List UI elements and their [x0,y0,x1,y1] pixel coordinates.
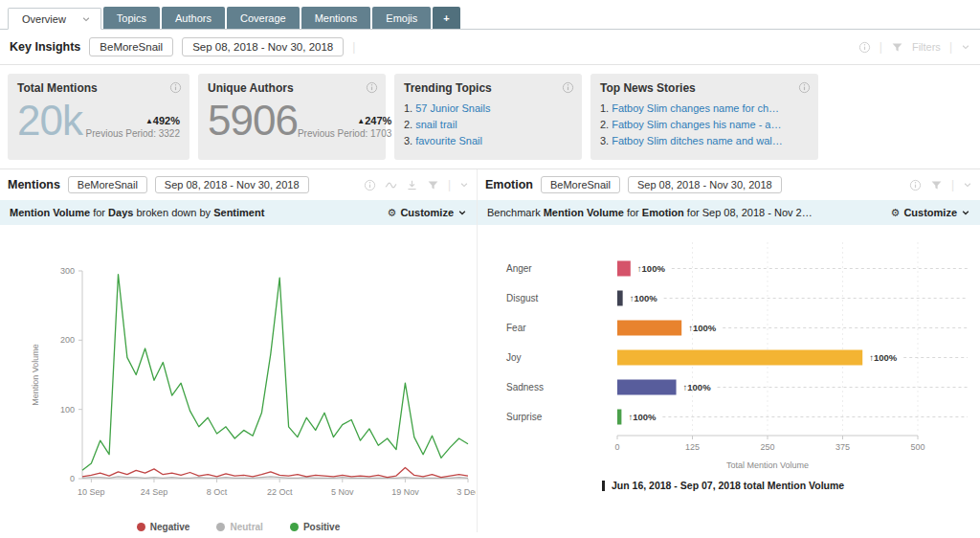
legend-item-neutral[interactable]: Neutral [216,522,262,532]
previous-period: Previous Period: 3322 [86,128,180,139]
customize-button[interactable]: ⚙ Customize [891,207,971,218]
divider: | [448,178,451,191]
chevron-down-icon[interactable] [961,42,970,52]
svg-text:19 Nov: 19 Nov [391,487,419,497]
filter-funnel-icon[interactable] [930,179,943,191]
key-insights-header: Key Insights BeMoreSnail Sep 08, 2018 - … [0,30,980,65]
list-item: 3.Fatboy Slim ditches name and wal… [600,133,809,149]
positive-dot-icon [290,523,299,531]
info-icon[interactable] [562,81,574,94]
tab-mentions-label: Mentions [315,12,358,24]
date-range-chip[interactable]: Sep 08, 2018 - Nov 30, 2018 [182,37,344,56]
tab-overview[interactable]: Overview [8,8,101,30]
tab-authors[interactable]: Authors [162,7,225,29]
info-icon[interactable] [858,41,871,54]
news-link[interactable]: Fatboy Slim changes his name - a… [612,119,781,130]
change-percent: ▲247% [298,115,391,126]
svg-text:100: 100 [60,405,75,415]
info-icon[interactable] [798,81,811,94]
up-triangle-icon: ▲ [145,117,153,125]
svg-text:5 Nov: 5 Nov [331,487,354,497]
trending-topics-list: 1.57 Junior Snails 2.snail trail 3.favou… [404,101,572,149]
legend-item-negative[interactable]: Negative [137,522,190,532]
date-range-chip[interactable]: Sep 08, 2018 - Nov 30, 2018 [155,176,309,193]
tab-bar: Overview Topics Authors Coverage Mention… [0,0,980,30]
svg-text:Disgust: Disgust [506,293,539,303]
tab-emojis[interactable]: Emojis [372,7,431,29]
card-title: Trending Topics [404,81,572,95]
tab-overview-label: Overview [22,13,66,25]
svg-text:↑100%: ↑100% [683,382,712,392]
news-link[interactable]: Fatboy Slim ditches name and wal… [612,135,783,146]
emotion-bar-chart: Anger↑100%Disgust↑100%Fear↑100%Joy↑100%S… [478,225,975,476]
unique-authors-value: 5906 [208,99,298,143]
topic-link[interactable]: 57 Junior Snails [415,102,490,114]
negative-dot-icon [137,523,145,531]
chevron-down-icon [961,208,970,217]
total-mentions-card: Total Mentions 20k ▲492% Previous Period… [8,74,189,160]
tab-topics[interactable]: Topics [103,7,160,29]
divider: | [951,178,954,191]
topic-link[interactable]: favourite Snail [415,135,482,146]
chart-type-icon[interactable] [385,179,397,191]
query-chip[interactable]: BeMoreSnail [68,176,147,193]
unique-authors-card: Unique Authors 5906 ▲247% Previous Perio… [198,74,386,160]
mention-volume-line-chart: 010020030010 Sep24 Sep8 Oct22 Oct5 Nov19… [0,225,476,522]
info-icon[interactable] [364,179,376,191]
panel-title: Mentions [8,178,60,191]
query-chip[interactable]: BeMoreSnail [89,37,173,56]
svg-text:3 Dec: 3 Dec [457,487,476,497]
svg-text:Mention Volume: Mention Volume [31,344,40,406]
info-icon[interactable] [366,81,378,94]
chevron-down-icon[interactable] [81,14,91,24]
filters-label[interactable]: Filters [912,41,941,53]
svg-text:Total Mention Volume: Total Mention Volume [726,460,809,470]
change-percent: ▲492% [86,115,180,126]
emotion-panel: Emotion BeMoreSnail Sep 08, 2018 - Nov 3… [478,169,980,532]
svg-text:Joy: Joy [506,352,522,363]
svg-text:500: 500 [910,442,924,452]
topic-link[interactable]: snail trail [415,119,457,130]
tab-coverage[interactable]: Coverage [227,7,300,29]
previous-period: Previous Period: 1703 [298,128,391,139]
tab-mentions[interactable]: Mentions [301,7,371,29]
gear-icon: ⚙ [891,208,901,218]
svg-text:375: 375 [835,442,850,452]
chevron-down-icon [457,208,467,217]
total-mentions-value: 20k [17,99,82,143]
news-link[interactable]: Fatboy Slim changes name for ch… [612,102,779,114]
benchmark-tick-icon [602,481,605,491]
tab-authors-label: Authors [175,12,212,24]
sentiment-legend: Negative Neutral Positive [0,522,477,532]
chevron-down-icon[interactable] [459,180,469,190]
svg-text:250: 250 [760,442,774,452]
svg-text:0: 0 [614,442,619,452]
list-item: 1.Fatboy Slim changes name for ch… [600,101,809,117]
filter-funnel-icon[interactable] [891,41,903,54]
info-icon[interactable] [909,179,922,191]
list-item: 1.57 Junior Snails [404,101,572,117]
panel-actions: | [364,178,469,191]
chart-subtitle: Benchmark Mention Volume for Emotion for… [487,207,813,218]
svg-text:Fear: Fear [506,323,526,333]
mentions-panel: Mentions BeMoreSnail Sep 08, 2018 - Nov … [0,169,478,532]
benchmark-legend: Jun 16, 2018 - Sep 07, 2018 total Mentio… [602,480,980,491]
svg-text:0: 0 [70,474,75,483]
svg-text:200: 200 [60,335,75,345]
legend-item-positive[interactable]: Positive [290,522,340,532]
svg-text:↑100%: ↑100% [637,263,666,274]
chevron-down-icon[interactable] [963,180,972,190]
query-chip[interactable]: BeMoreSnail [541,176,620,193]
filter-funnel-icon[interactable] [427,179,439,191]
customize-button[interactable]: ⚙ Customize [388,207,468,218]
card-title: Unique Authors [208,81,376,95]
svg-text:Sadness: Sadness [506,382,544,392]
add-tab-button[interactable]: + [433,7,459,29]
panel-actions: | [909,178,972,191]
info-icon[interactable] [169,81,182,94]
date-range-chip[interactable]: Sep 08, 2018 - Nov 30, 2018 [628,176,782,193]
download-icon[interactable] [406,179,418,191]
mentions-subheader: Mention Volume for Days broken down by S… [0,200,477,225]
divider: | [880,40,882,54]
gear-icon: ⚙ [388,208,397,218]
